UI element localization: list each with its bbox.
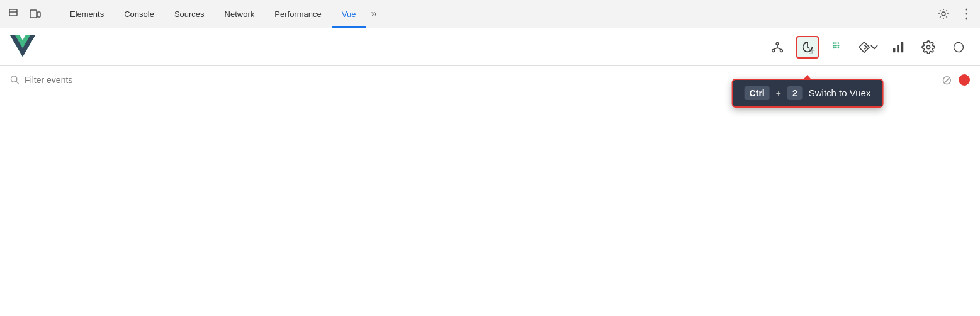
svg-line-15 — [808, 47, 809, 48]
record-button[interactable] — [959, 74, 970, 86]
svg-point-19 — [833, 44, 835, 46]
tooltip-switch-vuex: Ctrl + 2 Switch to Vuex — [732, 79, 884, 108]
devtools-nav-icons — [5, 5, 52, 23]
device-toolbar-icon[interactable] — [26, 5, 44, 23]
tab-vue[interactable]: Vue — [332, 0, 366, 28]
svg-point-21 — [838, 44, 840, 46]
tooltip-key1: Ctrl — [745, 86, 770, 100]
tab-elements[interactable]: Elements — [60, 0, 114, 28]
svg-rect-2 — [30, 10, 37, 18]
svg-rect-26 — [897, 45, 899, 52]
vue-settings-icon[interactable] — [917, 36, 940, 59]
svg-rect-27 — [901, 42, 904, 52]
tooltip-plus: + — [776, 88, 781, 98]
tab-sources[interactable]: Sources — [164, 0, 215, 28]
svg-point-17 — [835, 42, 837, 44]
svg-point-16 — [833, 42, 835, 44]
svg-point-22 — [833, 47, 835, 48]
svg-point-6 — [966, 13, 967, 15]
timeline-icon[interactable] — [887, 36, 910, 59]
history-button-wrapper: ☞ Ctrl + 2 Switch to Vuex — [796, 36, 819, 59]
svg-point-10 — [780, 49, 783, 52]
svg-point-5 — [966, 9, 967, 11]
filter-events-input[interactable] — [25, 75, 262, 85]
no-entry-icon[interactable]: ⊘ — [942, 72, 952, 87]
vue-logo — [10, 33, 35, 61]
svg-point-28 — [926, 45, 930, 49]
vue-panel: ☞ Ctrl + 2 Switch to Vuex — [0, 28, 980, 316]
component-inspector-icon[interactable] — [766, 36, 789, 59]
svg-point-7 — [966, 18, 967, 20]
svg-point-4 — [942, 12, 945, 16]
svg-point-23 — [835, 47, 837, 48]
vue-toolbar-icons: ☞ Ctrl + 2 Switch to Vuex — [766, 36, 970, 59]
tab-network[interactable]: Network — [215, 0, 265, 28]
svg-point-8 — [776, 42, 779, 45]
svg-line-31 — [16, 81, 18, 83]
search-icon — [10, 75, 20, 85]
settings-icon[interactable] — [935, 5, 952, 23]
partial-icon[interactable] — [947, 36, 970, 59]
history-icon-button[interactable]: ☞ — [796, 36, 819, 59]
tab-performance[interactable]: Performance — [264, 0, 331, 28]
events-content-area — [0, 94, 980, 316]
svg-line-13 — [777, 47, 781, 49]
router-icon[interactable] — [857, 36, 879, 59]
svg-rect-0 — [9, 9, 17, 16]
search-right-icons: ⊘ — [942, 72, 970, 87]
svg-rect-3 — [37, 12, 40, 17]
svg-rect-25 — [893, 47, 896, 52]
svg-point-9 — [772, 49, 775, 52]
search-input-wrap — [10, 75, 262, 85]
svg-point-24 — [838, 47, 840, 48]
tooltip-text: Switch to Vuex — [809, 87, 871, 98]
tab-console[interactable]: Console — [114, 0, 164, 28]
more-tabs-button[interactable]: » — [366, 0, 381, 28]
tab-bar: Elements Console Sources Network Perform… — [0, 0, 980, 28]
svg-point-20 — [835, 44, 837, 46]
vue-toolbar: ☞ Ctrl + 2 Switch to Vuex — [0, 28, 980, 66]
svg-point-29 — [954, 42, 964, 52]
tooltip-key2: 2 — [787, 86, 803, 100]
menu-icon[interactable] — [957, 5, 975, 23]
svg-line-12 — [774, 47, 777, 49]
component-grid-icon[interactable] — [826, 36, 849, 59]
tab-bar-right — [935, 5, 975, 23]
tabs-list: Elements Console Sources Network Perform… — [60, 0, 935, 28]
svg-point-18 — [838, 42, 840, 44]
inspect-element-icon[interactable] — [5, 5, 23, 23]
